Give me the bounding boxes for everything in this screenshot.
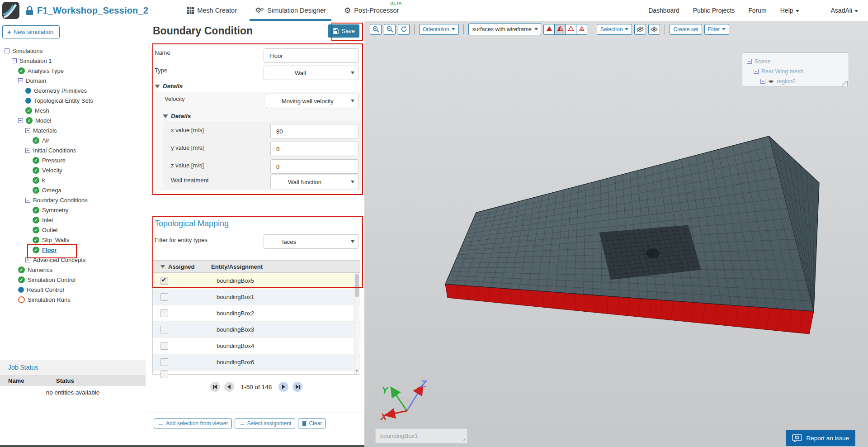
table-row-boundingbox5[interactable]: boundingBox5 [153,273,360,289]
collapse-icon[interactable]: − [5,48,9,53]
sidebar-item-simulations[interactable]: −Simulations [0,46,146,56]
sidebar-item-materials[interactable]: −Materials [0,125,146,135]
collapse-icon[interactable]: − [12,58,17,63]
sidebar-item-geometry-primitives[interactable]: Geometry Primitives [0,86,146,95]
sidebar-item-numerics[interactable]: ✓Numerics [0,265,146,275]
table-row-boundingbox1[interactable]: boundingBox1 [153,289,360,305]
render-style-select[interactable]: surfaces with wireframe [468,23,541,35]
assigned-checkbox[interactable] [160,371,168,378]
assigned-column-header[interactable]: Assigned [168,263,211,270]
assigned-checkbox[interactable] [160,309,168,317]
sidebar-item-velocity[interactable]: ✓Velocity [0,165,146,175]
filter-dropdown[interactable]: Filter [704,24,730,35]
scroll-down-arrow-icon[interactable] [355,370,358,372]
next-page-button[interactable] [278,382,288,392]
report-issue-button[interactable]: Report an issue [786,430,855,446]
sidebar-item-result-control[interactable]: Result Control [0,285,146,295]
selection-dropdown[interactable]: Selection [597,24,632,35]
add-selection-from-viewer-button[interactable]: ←Add selection from viewer [154,418,232,428]
tab-post-processor[interactable]: ⚙Post-ProcessorBETA [335,0,408,21]
collapse-icon[interactable]: − [747,59,752,64]
sidebar-item-topological-entity-sets[interactable]: Topological Entity Sets [0,95,146,105]
viewer-name-input[interactable]: boundingBox1 [375,428,467,443]
tab-simulation-designer[interactable]: ⚙⚙Simulation Designer [246,0,335,21]
collapse-icon[interactable]: − [25,128,30,133]
sort-triangle-icon[interactable] [160,265,165,268]
sidebar-item-simulation-control[interactable]: ✓Simulation Control [0,275,146,285]
zoom-out-button[interactable] [384,24,396,35]
z-value-m-s-input[interactable] [270,159,359,174]
expand-icon[interactable]: + [25,257,30,262]
table-scrollbar[interactable] [354,273,359,374]
new-simulation-button[interactable]: + New simulation [2,25,60,38]
eye-icon[interactable] [768,79,774,84]
nav-dashboard[interactable]: Dashboard [648,7,679,14]
sidebar-item-boundary-conditions[interactable]: −Boundary Conditions [0,195,146,205]
wall-treatment-select[interactable]: Wall function [270,175,359,189]
inner-details-header[interactable]: Details [163,113,191,119]
render-mode-points-button[interactable] [576,24,587,35]
previous-page-button[interactable] [224,382,234,392]
viewer-3d[interactable]: Orientation surfaces with wireframe Sele… [364,21,868,447]
sidebar-item-air[interactable]: ✓Air [0,135,146,145]
assigned-checkbox[interactable] [160,342,168,350]
refresh-view-button[interactable] [398,24,410,35]
assigned-checkbox[interactable] [160,277,168,285]
expand-icon[interactable]: + [760,79,765,84]
table-row[interactable] [153,371,360,378]
details-section-header[interactable]: Details [155,83,183,90]
render-mode-wireframe-button[interactable] [565,24,576,35]
table-row-boundingbox4[interactable]: boundingBox4 [153,338,360,354]
table-row-boundingbox6[interactable]: boundingBox6 [153,354,360,371]
name-input[interactable] [264,48,359,63]
collapse-icon[interactable]: − [754,69,759,74]
simscale-logo-icon[interactable] [2,2,19,19]
y-value-m-s-input[interactable] [270,142,359,156]
sidebar-item-symmetry[interactable]: ✓Symmetry [0,205,146,215]
tab-mesh-creator[interactable]: Mesh Creator [178,0,246,21]
sidebar-item-advanced-concepts[interactable]: +Advanced Concepts [0,255,146,265]
resize-handle-icon[interactable] [842,81,848,86]
render-mode-surfaces-button[interactable] [543,24,555,35]
sidebar-item-omega[interactable]: ✓Omega [0,185,146,195]
assigned-checkbox[interactable] [160,358,168,366]
scene-item-scene[interactable]: −Scene [747,57,849,66]
nav-help-menu[interactable]: Help [780,7,799,14]
type-select[interactable]: Wall [264,66,359,80]
sidebar-item-inlet[interactable]: ✓Inlet [0,215,146,225]
assigned-checkbox[interactable] [160,293,168,301]
collapse-icon[interactable]: − [25,148,30,153]
x-value-m-s-input[interactable] [270,124,359,138]
collapse-icon[interactable]: − [25,198,30,203]
collapse-icon[interactable]: − [18,118,23,123]
first-page-button[interactable] [210,382,220,392]
sidebar-item-model[interactable]: −✓Model [0,115,146,125]
nav-forum[interactable]: Forum [748,7,766,14]
sidebar-item-simulation-runs[interactable]: Simulation Runs [0,295,146,304]
orientation-dropdown[interactable]: Orientation [419,24,459,35]
sidebar-item-k[interactable]: ✓k [0,175,146,185]
sidebar-item-slip-walls[interactable]: ✓Slip_Walls [0,235,146,245]
sidebar-item-analysis-type[interactable]: ✓Analysis Type [0,66,146,76]
sidebar-item-domain[interactable]: −Domain [0,76,146,86]
collapse-icon[interactable]: − [18,78,23,83]
user-menu[interactable]: AsadAli [831,7,858,14]
zoom-in-button[interactable] [370,24,382,35]
scene-item-region0[interactable]: +region0 [747,77,849,86]
clear-button[interactable]: Clear [298,418,326,428]
sidebar-item-outlet[interactable]: ✓Outlet [0,225,146,235]
scrollbar-thumb[interactable] [355,274,359,297]
scene-item-rear-wing-mesh[interactable]: −Rear Wing mesh [747,67,849,76]
sidebar-item-simulation-1[interactable]: −Simulation 1 [0,56,146,66]
last-page-button[interactable] [292,382,302,392]
sidebar-item-mesh[interactable]: ✓Mesh [0,105,146,115]
table-row-boundingbox2[interactable]: boundingBox2 [153,305,360,322]
assigned-checkbox[interactable] [160,326,168,333]
render-mode-surfaces-with-wireframe-button[interactable] [554,24,566,35]
select-assignment-button[interactable]: →Select assignment [235,418,295,428]
sidebar-item-initial-conditions[interactable]: −Initial Conditions [0,145,146,155]
save-button[interactable]: Save [328,24,359,38]
create-set-button[interactable]: Create set [670,24,702,35]
hide-selected-button[interactable] [634,24,646,35]
entity-filter-select[interactable]: faces [264,234,359,249]
